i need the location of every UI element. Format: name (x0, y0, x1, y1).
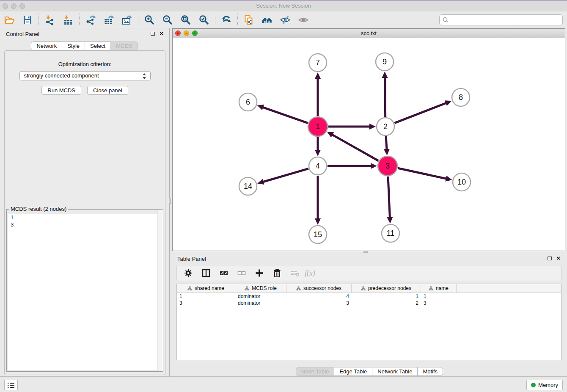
open-session-icon[interactable] (4, 14, 15, 25)
zoom-out-icon[interactable] (162, 14, 173, 25)
tab-edge-table[interactable]: Edge Table (334, 367, 372, 376)
table-row[interactable]: 1dominator411 (177, 293, 561, 300)
memory-label: Memory (538, 382, 558, 388)
node-label: 1 (316, 122, 320, 131)
import-table-icon[interactable] (63, 14, 74, 25)
refresh-icon[interactable] (221, 14, 232, 25)
edge-1-6[interactable] (261, 107, 308, 123)
mcds-panel: Optimization criterion: strongly connect… (4, 50, 165, 375)
optimization-select[interactable]: strongly connected component (19, 71, 151, 80)
run-mcds-button[interactable]: Run MCDS (41, 86, 81, 95)
export-network-icon[interactable] (85, 14, 96, 25)
column-header-name[interactable]: name (421, 284, 457, 293)
save-session-icon[interactable] (22, 14, 33, 25)
tab-mcds[interactable]: MCDS (110, 41, 138, 50)
node-label: 2 (383, 122, 388, 131)
edge-arrow-icon (257, 105, 264, 110)
edge-arrow-icon (371, 163, 377, 169)
home-view-icon[interactable] (261, 14, 272, 25)
toolbar-separator (237, 13, 238, 27)
float-table-panel-icon[interactable] (548, 257, 552, 260)
edge-3-10[interactable] (398, 168, 447, 179)
memory-status-icon (531, 383, 536, 387)
node-label: 6 (246, 98, 250, 106)
zoom-fit-icon[interactable] (180, 14, 191, 25)
node-label: 4 (316, 162, 320, 170)
export-image-icon[interactable] (121, 14, 132, 25)
column-header-shared-name[interactable]: shared name (177, 284, 235, 293)
column-header-mcds-role[interactable]: MCDS role (235, 284, 286, 293)
attribute-tree-icon (245, 286, 249, 291)
edge-3-11[interactable] (388, 177, 390, 219)
toolbar-separator (39, 13, 39, 27)
deselect-all-icon[interactable] (236, 268, 247, 279)
table-settings-gear-icon[interactable] (183, 268, 194, 279)
zoom-selected-icon[interactable] (198, 14, 209, 25)
table-cell: 3 (177, 300, 235, 306)
node-label: 7 (316, 58, 320, 67)
edge-arrow-icon (315, 150, 321, 156)
tab-network-table[interactable]: Network Table (372, 367, 418, 376)
edge-4-14[interactable] (262, 168, 308, 182)
table-panel: Table Panel × (172, 253, 567, 378)
network-graph[interactable]: 1234678910111415 (173, 38, 565, 250)
node-table-body: 1dominator4113dominator323 (177, 293, 561, 306)
tab-style[interactable]: Style (62, 41, 85, 50)
table-cell: 3 (421, 300, 457, 306)
tab-network[interactable]: Network (31, 41, 62, 50)
add-column-icon[interactable] (254, 268, 265, 279)
node-label: 8 (459, 93, 463, 102)
edge-arrow-icon (445, 176, 452, 182)
attribute-tree-icon (361, 286, 366, 291)
export-table-icon[interactable] (103, 14, 114, 25)
copy-network-icon[interactable] (243, 14, 254, 25)
result-line: 1 (8, 214, 162, 221)
close-panel-icon[interactable]: × (160, 30, 163, 37)
list-icon (7, 382, 15, 389)
close-panel-button[interactable]: Close panel (87, 86, 128, 95)
vertical-split-handle[interactable] (169, 199, 171, 204)
search-input[interactable] (439, 14, 563, 25)
zoom-in-icon[interactable] (144, 14, 155, 25)
table-cell: 2 (352, 300, 421, 306)
table-cell: 4 (286, 293, 352, 300)
edge-arrow-icon (384, 149, 390, 155)
float-panel-icon[interactable] (151, 32, 155, 36)
column-header-label: successor nodes (303, 285, 341, 291)
select-all-icon[interactable] (218, 268, 229, 279)
close-table-panel-icon[interactable]: × (556, 254, 560, 262)
tab-select[interactable]: Select (85, 41, 111, 50)
tab-motifs[interactable]: Motifs (417, 367, 443, 376)
horizontal-split-handle[interactable] (363, 251, 368, 253)
memory-button[interactable]: Memory (526, 380, 563, 390)
window-title: Session: New Session (0, 3, 567, 9)
edge-2-9[interactable] (385, 76, 385, 117)
delete-selected-icon[interactable] (272, 268, 283, 279)
column-header-successor-nodes[interactable]: successor nodes (286, 284, 352, 293)
mcds-buttons: Run MCDS Close panel (5, 86, 165, 95)
node-table-header: shared nameMCDS rolesuccessor nodesprede… (177, 284, 561, 293)
network-window-titlebar: × − + scc.txt (173, 29, 565, 39)
column-header-label: shared name (195, 285, 224, 291)
hide-graphics-details-icon[interactable] (280, 14, 291, 25)
import-network-icon[interactable] (44, 14, 55, 25)
toolbar-separator (79, 13, 80, 27)
tab-node-table[interactable]: Node Table (296, 367, 335, 376)
column-header-predecessor-nodes[interactable]: predecessor nodes (352, 284, 421, 293)
show-columns-icon[interactable] (201, 268, 212, 279)
optimization-value: strongly connected component (24, 72, 99, 79)
optimization-label: Optimization criterion: (5, 61, 165, 67)
edge-2-8[interactable] (394, 102, 447, 123)
attribute-tree-icon (187, 286, 192, 291)
titlebar: Session: New Session (0, 1, 567, 12)
node-label: 9 (383, 58, 387, 66)
table-panel-tabs: Node TableEdge TableNetwork TableMotifs (172, 367, 567, 376)
edge-3-1[interactable] (331, 134, 378, 161)
table-cell: 3 (286, 300, 352, 306)
show-graphics-details-icon[interactable] (298, 14, 309, 25)
table-row[interactable]: 3dominator323 (177, 300, 561, 306)
node-label: 14 (244, 182, 252, 190)
task-history-button[interactable] (4, 380, 18, 390)
result-scrollbar[interactable] (157, 210, 163, 371)
edge-2-3[interactable] (386, 136, 387, 151)
